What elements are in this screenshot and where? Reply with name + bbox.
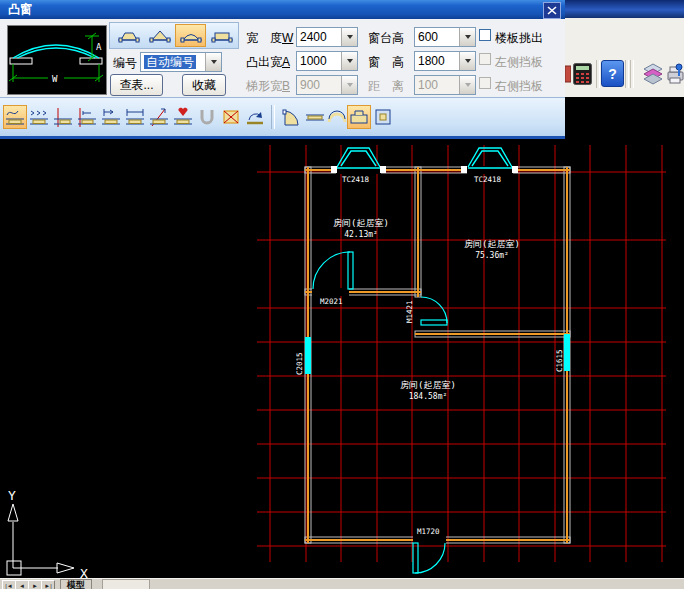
width-combobox[interactable]: 2400 [296, 27, 358, 47]
bay-window-1[interactable] [337, 148, 380, 168]
plot-icon[interactable] [665, 62, 684, 86]
dim-left-icon[interactable] [99, 105, 123, 129]
tab-nav-first-button[interactable]: |◄ [2, 580, 16, 589]
room3-area: 184.58m² [409, 392, 448, 401]
slab-overhang-checkbox[interactable] [479, 29, 491, 41]
tab-layout[interactable] [102, 579, 150, 589]
calculator-icon[interactable] [573, 62, 592, 86]
distance-combobox: 100 [414, 75, 476, 95]
bay-window-2[interactable] [468, 148, 512, 168]
door-m1720-label: M1720 [417, 527, 440, 536]
tab-nav-last-button[interactable]: ►| [41, 580, 55, 589]
sequence-place-icon[interactable] [27, 105, 51, 129]
favorite-place-icon[interactable] [171, 105, 195, 129]
toolbar-separator [625, 60, 629, 88]
hole-icon[interactable] [371, 105, 395, 129]
door-m2021-label: M2021 [320, 297, 343, 306]
door-m1720[interactable] [413, 543, 445, 573]
window-icon[interactable] [303, 105, 327, 129]
chevron-down-icon[interactable] [459, 52, 475, 70]
door-m2021[interactable] [313, 252, 353, 289]
right-baffle-checkbox [479, 77, 491, 89]
room1-area: 42.13m² [344, 230, 378, 239]
bay-arc-icon[interactable] [175, 24, 206, 47]
chevron-down-icon [459, 76, 475, 94]
room2-area: 75.36m² [475, 251, 509, 260]
bay-window-dialog: 凸窗 A W [0, 0, 565, 139]
ucs-x-label: X [80, 566, 88, 578]
arc-window-icon[interactable] [325, 105, 349, 129]
left-baffle-checkbox [479, 53, 491, 65]
dim-both-icon[interactable] [123, 105, 147, 129]
window-height-combobox[interactable]: 1800 [414, 51, 476, 71]
room2-name: 房间(起居室) [464, 239, 520, 249]
flip-icon[interactable] [243, 105, 267, 129]
door-m1421[interactable] [421, 297, 447, 325]
number-value: 自动编号 [144, 55, 196, 69]
chevron-down-icon[interactable] [341, 52, 357, 70]
ucs-y-label: Y [8, 488, 16, 503]
ucs-icon [7, 504, 74, 575]
slab-overhang-label: 楼板挑出 [495, 30, 543, 47]
bay2-label: TC2418 [474, 175, 502, 184]
layers-icon[interactable] [642, 62, 664, 86]
corner-window-icon[interactable] [219, 105, 243, 129]
door-m1421-label: M1421 [405, 300, 414, 323]
window-height-label: 窗 高 [368, 54, 404, 71]
left-baffle-label: 左侧挡板 [495, 54, 543, 71]
window-c2015[interactable] [305, 337, 311, 374]
fixture-labels: TC2418 TC2418 M2021 M1421 M1720 C2015 C1… [295, 175, 564, 536]
chevron-down-icon[interactable] [205, 53, 221, 71]
trapezoid-width-label: 梯形宽B [246, 78, 290, 95]
dialog-title: 凸窗 [8, 1, 32, 18]
free-place-icon[interactable] [3, 105, 27, 129]
tab-nav-next-button[interactable]: ► [28, 580, 42, 589]
between-walls-icon[interactable] [75, 105, 99, 129]
room3-name: 房间(起居室) [400, 380, 456, 390]
window-c2015-label: C2015 [295, 352, 304, 375]
number-combobox[interactable]: 自动编号 [140, 52, 222, 72]
preview-dim-w: W [52, 74, 58, 84]
room-labels: 房间(起居室) 42.13m² 房间(起居室) 75.36m² 房间(起居室) … [333, 218, 520, 401]
bay-rect-icon[interactable] [206, 24, 237, 47]
layout-tab-bar: |◄ ◄ ► ►| 模型 [0, 578, 684, 589]
bay1-label: TC2418 [342, 175, 370, 184]
bay-shape-selector [109, 22, 239, 49]
right-baffle-label: 右侧挡板 [495, 78, 543, 95]
window-c1615[interactable] [564, 334, 570, 371]
chevron-down-icon[interactable] [341, 28, 357, 46]
room1-name: 房间(起居室) [333, 218, 389, 228]
tab-nav-prev-button[interactable]: ◄ [15, 580, 29, 589]
trapezoid-width-combobox: 900 [296, 75, 358, 95]
drawing-canvas[interactable]: TC2418 TC2418 M2021 M1421 M1720 C2015 C1… [0, 97, 684, 578]
bay-triangle-icon[interactable] [144, 24, 175, 47]
dialog-body: A W 编号 自动编号 查表... 收藏 [0, 19, 565, 97]
tab-model[interactable]: 模型 [60, 579, 92, 589]
window-c1615-label: C1615 [555, 349, 564, 372]
axis-place-icon[interactable] [51, 105, 75, 129]
bay-trapezoid-icon[interactable] [113, 24, 144, 47]
arc-window-disabled-icon [195, 105, 219, 129]
floor-plan: TC2418 TC2418 M2021 M1421 M1720 C2015 C1… [0, 97, 684, 578]
grid-lines [257, 145, 666, 562]
toolbar-separator [630, 60, 634, 88]
angle-place-icon[interactable] [147, 105, 171, 129]
sill-height-label: 窗台高 [368, 30, 404, 47]
toolbar-separator [271, 105, 275, 129]
number-label: 编号 [113, 55, 137, 72]
preview-dim-a: A [96, 42, 102, 52]
dialog-title-bar[interactable]: 凸窗 [0, 0, 565, 19]
lookup-table-button[interactable]: 查表... [110, 74, 163, 96]
chevron-down-icon[interactable] [459, 28, 475, 46]
help-icon[interactable]: ? [601, 60, 624, 87]
protrude-width-label: 凸出宽A [246, 54, 290, 71]
ucs-labels: Y X [8, 488, 88, 578]
distance-label: 距 离 [368, 78, 404, 95]
close-icon[interactable] [543, 2, 561, 19]
favorite-button[interactable]: 收藏 [182, 74, 226, 96]
protrude-width-combobox[interactable]: 1000 [296, 51, 358, 71]
door-icon[interactable] [279, 105, 303, 129]
sill-height-combobox[interactable]: 600 [414, 27, 476, 47]
bay-window-icon[interactable] [347, 105, 371, 129]
bay-window-preview: A W [7, 25, 107, 95]
